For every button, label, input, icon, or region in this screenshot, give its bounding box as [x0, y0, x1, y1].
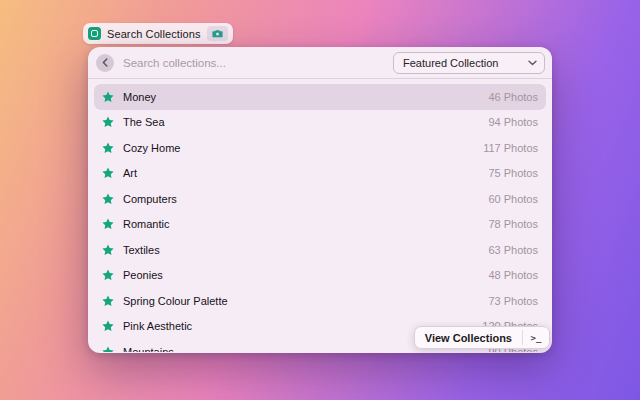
collection-name: Pink Aesthetic [123, 320, 192, 332]
collection-name: Spring Colour Palette [123, 295, 228, 307]
panel-header: Featured Collection [88, 47, 552, 79]
collection-name: Textiles [123, 244, 160, 256]
collection-name: Cozy Home [123, 142, 180, 154]
photo-count: 117 Photos [483, 142, 538, 154]
photo-count: 48 Photos [488, 269, 538, 281]
list-item[interactable]: Romantic 78 Photos [94, 212, 546, 238]
star-icon [102, 167, 114, 179]
star-icon [102, 269, 114, 281]
list-item[interactable]: Cozy Home 117 Photos [94, 135, 546, 161]
chevron-down-icon [528, 60, 537, 66]
chevron-left-icon [102, 58, 108, 67]
terminal-shortcut-icon: >_ [523, 327, 549, 348]
search-input[interactable] [123, 57, 393, 69]
collection-name: Peonies [123, 269, 163, 281]
collection-name: The Sea [123, 116, 165, 128]
star-icon [102, 116, 114, 128]
list-item[interactable]: The Sea 94 Photos [94, 110, 546, 136]
collection-name: Romantic [123, 218, 169, 230]
view-collections-button[interactable]: View Collections >_ [414, 326, 550, 349]
search-collections-panel: Featured Collection Money 46 Photos The … [88, 47, 552, 353]
camera-icon [212, 29, 223, 38]
star-icon [102, 218, 114, 230]
view-collections-label: View Collections [415, 327, 522, 348]
star-icon [102, 193, 114, 205]
list-item[interactable]: Peonies 48 Photos [94, 263, 546, 289]
photo-count: 94 Photos [488, 116, 538, 128]
star-icon [102, 320, 114, 332]
photo-count: 46 Photos [488, 91, 538, 103]
list-item[interactable]: Textiles 63 Photos [94, 237, 546, 263]
photo-count: 75 Photos [488, 167, 538, 179]
hotkey-pill [207, 26, 228, 41]
star-icon [102, 295, 114, 307]
launcher-badge[interactable]: Search Collections [83, 23, 233, 44]
photo-count: 73 Photos [488, 295, 538, 307]
featured-collection-dropdown[interactable]: Featured Collection [393, 52, 545, 74]
list-item[interactable]: Computers 60 Photos [94, 186, 546, 212]
photo-count: 78 Photos [488, 218, 538, 230]
list-item[interactable]: Art 75 Photos [94, 161, 546, 187]
photo-count: 63 Photos [488, 244, 538, 256]
photo-count: 60 Photos [488, 193, 538, 205]
list-item[interactable]: Spring Colour Palette 73 Photos [94, 288, 546, 314]
unsplash-extension-icon [88, 27, 101, 40]
star-icon [102, 346, 114, 352]
star-icon [102, 142, 114, 154]
collection-name: Art [123, 167, 137, 179]
collection-name: Money [123, 91, 156, 103]
star-icon [102, 91, 114, 103]
back-button[interactable] [96, 54, 114, 72]
list-item[interactable]: Money 46 Photos [94, 84, 546, 110]
collection-list: Money 46 Photos The Sea 94 Photos Cozy H… [88, 79, 552, 352]
launcher-badge-label: Search Collections [107, 28, 201, 40]
collection-name: Mountains [123, 346, 174, 352]
dropdown-selected-value: Featured Collection [403, 57, 498, 69]
star-icon [102, 244, 114, 256]
collection-name: Computers [123, 193, 177, 205]
